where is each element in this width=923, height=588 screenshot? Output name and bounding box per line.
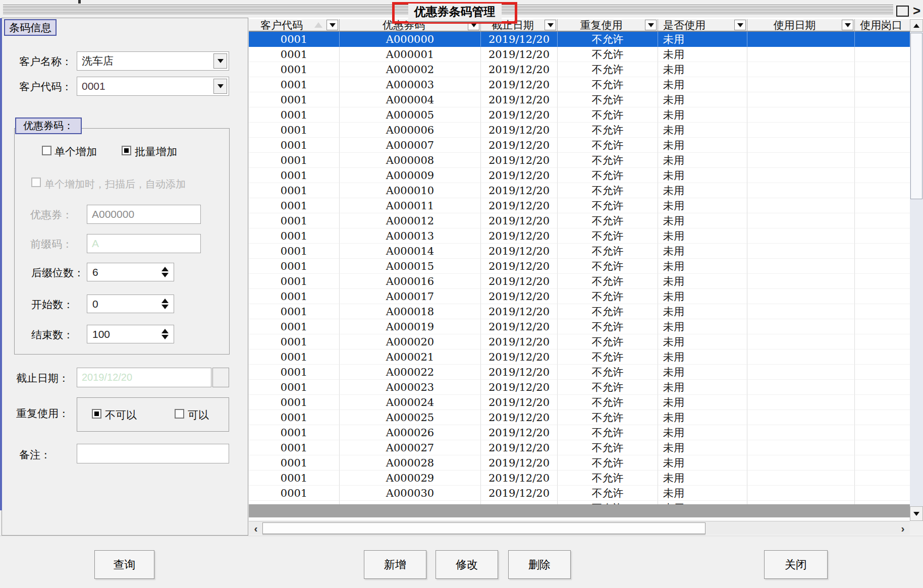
deadline-input[interactable]: 2019/12/20 (77, 368, 211, 387)
table-row[interactable]: 0001A0000232019/12/20不允许未用 (249, 380, 910, 395)
table-row[interactable]: 0001A0000152019/12/20不允许未用 (249, 259, 910, 274)
scroll-up-button[interactable] (910, 19, 923, 32)
table-row[interactable]: 0001A0000012019/12/20不允许未用 (249, 47, 910, 62)
remark-input[interactable] (77, 444, 229, 463)
table-row[interactable]: 0001A0000292019/12/20不允许未用 (249, 471, 910, 486)
customer-code-combobox[interactable]: 0001 (77, 77, 229, 96)
table-row[interactable]: 0001A0000092019/12/20不允许未用 (249, 168, 910, 183)
spin-up-icon[interactable] (161, 329, 169, 333)
cell: A000018 (340, 304, 481, 319)
column-header-customer-code[interactable]: 客户代码 (249, 19, 340, 32)
repeat-yes-checkbox[interactable] (175, 409, 184, 419)
auto-add-label: 单个增加时，扫描后，自动添加 (44, 178, 186, 191)
table-row[interactable]: 0001A0000252019/12/20不允许未用 (249, 410, 910, 425)
chevron-down-icon (845, 23, 851, 27)
start-number-stepper[interactable]: 0 (87, 295, 174, 313)
prefix-input[interactable]: A (87, 234, 201, 253)
repeat-no-checkbox[interactable] (92, 409, 101, 419)
cell: A000019 (340, 319, 481, 334)
table-row[interactable]: 0001A0000282019/12/20不允许未用 (249, 455, 910, 471)
maximize-button[interactable] (896, 6, 909, 17)
auto-add-checkbox[interactable] (31, 178, 41, 187)
table-row[interactable]: 0001A0000182019/12/20不允许未用 (249, 304, 910, 319)
single-add-checkbox[interactable] (42, 146, 51, 155)
filter-dropdown-button[interactable] (734, 20, 746, 30)
suffix-digits-label: 后缀位数： (31, 266, 84, 280)
table-row[interactable]: 0001A0000112019/12/20不允许未用 (249, 198, 910, 213)
vertical-scrollbar[interactable] (910, 19, 923, 506)
table-row[interactable]: 0001A0000142019/12/20不允许未用 (249, 244, 910, 259)
table-row[interactable]: 0001A0000302019/12/20不允许未用 (249, 486, 910, 501)
deadline-picker-button[interactable] (212, 368, 229, 387)
column-header-used[interactable]: 是否使用 (658, 19, 747, 32)
cell: 0001 (249, 32, 340, 47)
column-header-label: 是否使用 (658, 18, 734, 32)
table-row[interactable]: 0001A0000132019/12/20不允许未用 (249, 228, 910, 244)
table-row[interactable]: 0001A0000052019/12/20不允许未用 (249, 107, 910, 123)
table-row[interactable]: 0001A0000122019/12/20不允许未用 (249, 213, 910, 228)
horizontal-scrollbar-thumb[interactable] (262, 522, 705, 534)
table-row[interactable]: 0001A0000002019/12/20不允许未用 (249, 32, 910, 47)
suffix-digits-stepper[interactable]: 6 (87, 263, 174, 281)
cell: 未用 (658, 395, 747, 410)
table-row[interactable]: 0001A0000222019/12/20不允许未用 (249, 365, 910, 380)
cell: 0001 (249, 107, 340, 123)
cell: A000013 (340, 228, 481, 244)
cell (747, 213, 855, 228)
spin-down-icon[interactable] (161, 305, 169, 309)
customer-name-combobox[interactable]: 洗车店 (77, 51, 229, 71)
cell (747, 304, 855, 319)
delete-button[interactable]: 删除 (508, 550, 571, 579)
scroll-down-button[interactable] (910, 506, 923, 521)
filter-dropdown-button[interactable] (645, 20, 657, 30)
filter-dropdown-button[interactable] (842, 20, 853, 30)
table-row[interactable]: 0001A0000042019/12/20不允许未用 (249, 92, 910, 107)
cell: 未用 (658, 138, 747, 153)
horizontal-scrollbar[interactable]: ‹ › (249, 521, 910, 535)
spin-up-icon[interactable] (161, 267, 169, 271)
cell: 2019/12/20 (481, 198, 558, 213)
column-header-use-date[interactable]: 使用日期 (747, 19, 855, 32)
table-row[interactable]: 0001A0000072019/12/20不允许未用 (249, 138, 910, 153)
spin-up-icon[interactable] (161, 299, 169, 303)
cell: 未用 (658, 274, 747, 289)
table-row[interactable]: 0001A0000212019/12/20不允许未用 (249, 349, 910, 365)
cell (855, 138, 910, 153)
table-row[interactable]: 0001A0000262019/12/20不允许未用 (249, 425, 910, 440)
end-number-stepper[interactable]: 100 (87, 325, 174, 343)
table-row[interactable]: 0001A0000272019/12/20不允许未用 (249, 440, 910, 455)
column-header-use-station[interactable]: 使用岗口 (855, 19, 910, 32)
coupon-input[interactable]: A000000 (87, 205, 201, 224)
modify-button[interactable]: 修改 (436, 550, 498, 579)
batch-add-checkbox[interactable] (122, 146, 131, 155)
table-row[interactable]: 0001A0000082019/12/20不允许未用 (249, 153, 910, 168)
cell: A000007 (340, 138, 481, 153)
scroll-left-icon[interactable]: ‹ (250, 522, 262, 535)
table-row[interactable]: 0001A0000202019/12/20不允许未用 (249, 334, 910, 349)
table-row[interactable]: 0001A0000242019/12/20不允许未用 (249, 395, 910, 410)
table-row[interactable]: 0001A0000102019/12/20不允许未用 (249, 183, 910, 198)
spin-down-icon[interactable] (161, 273, 169, 277)
customer-code-dropdown-button[interactable] (213, 79, 227, 94)
close-icon[interactable]: > (913, 3, 920, 19)
customer-name-dropdown-button[interactable] (213, 53, 227, 69)
scroll-right-icon[interactable]: › (897, 522, 909, 535)
table-row[interactable]: 0001A0000162019/12/20不允许未用 (249, 274, 910, 289)
table-row[interactable]: 0001A0000062019/12/20不允许未用 (249, 123, 910, 138)
cell: 未用 (658, 259, 747, 274)
spin-down-icon[interactable] (161, 335, 169, 339)
query-button[interactable]: 查询 (94, 550, 154, 579)
add-button[interactable]: 新增 (364, 550, 426, 579)
column-header-repeat-use[interactable]: 重复使用 (558, 19, 658, 32)
tab-barcode-info[interactable]: 条码信息 (4, 19, 57, 36)
filter-dropdown-button[interactable] (545, 20, 556, 30)
table-row[interactable]: 0001A0000172019/12/20不允许未用 (249, 289, 910, 304)
close-button[interactable]: 关闭 (764, 550, 828, 579)
vertical-scrollbar-thumb[interactable] (910, 33, 922, 199)
filter-dropdown-button[interactable] (327, 20, 338, 30)
table-row[interactable]: 0001A0000032019/12/20不允许未用 (249, 77, 910, 92)
coupon-value: A000000 (92, 208, 134, 220)
table-row[interactable]: 0001A0000192019/12/20不允许未用 (249, 319, 910, 334)
table-row[interactable]: 0001A0000022019/12/20不允许未用 (249, 62, 910, 77)
table-row[interactable]: 0001A0000312019/12/20不允许未用 (249, 501, 910, 504)
